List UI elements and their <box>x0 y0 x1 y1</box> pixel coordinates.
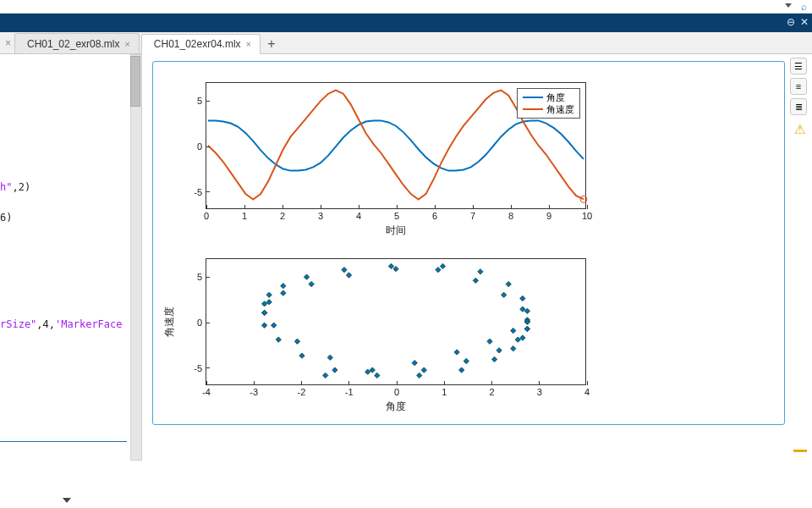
legend-swatch <box>523 97 543 98</box>
x-tick-label: 0 <box>204 211 209 221</box>
svg-marker-9 <box>327 355 332 360</box>
x-tick-label: -1 <box>345 387 354 397</box>
y-axis-label: 角速度 <box>162 306 177 337</box>
svg-marker-18 <box>388 263 393 268</box>
y-tick-label: -5 <box>194 187 202 197</box>
svg-marker-27 <box>464 358 469 363</box>
svg-marker-14 <box>266 292 272 297</box>
x-tick-label: 1 <box>242 211 247 221</box>
y-tick-label: -5 <box>194 363 202 373</box>
tab-label: CH01_02_exr08.mlx <box>27 38 119 50</box>
svg-marker-40 <box>440 263 445 268</box>
svg-marker-26 <box>497 348 502 353</box>
svg-marker-47 <box>487 339 492 344</box>
x-tick-label: -2 <box>298 387 306 397</box>
figure-output[interactable]: 角度 角速度 时间 012345678910-505 角度 角速度 -4-3-2… <box>152 61 785 425</box>
svg-marker-29 <box>375 373 380 378</box>
svg-marker-5 <box>491 356 497 362</box>
svg-marker-37 <box>309 281 314 286</box>
code-text: ,4, <box>36 318 55 330</box>
svg-marker-51 <box>323 373 328 378</box>
svg-marker-46 <box>511 328 516 333</box>
code-string: 'MarkerFace <box>55 318 122 330</box>
search-icon[interactable]: ⌕ <box>801 1 807 13</box>
x-tick-label: -3 <box>250 387 258 397</box>
y-tick-label: 5 <box>197 272 202 282</box>
svg-marker-30 <box>332 367 337 373</box>
code-scrollbar-thumb[interactable] <box>130 56 140 107</box>
axes-phase-portrait[interactable]: 角度 角速度 -4-3-2-101234-505 <box>206 258 586 385</box>
code-text: ,2) <box>12 181 30 193</box>
code-pane[interactable]: h",2) 6) rSize",4,'MarkerFace <box>0 54 142 508</box>
svg-marker-16 <box>304 274 309 279</box>
svg-marker-21 <box>501 292 506 297</box>
y-tick-label: 0 <box>197 318 202 328</box>
axes-time-series[interactable]: 角度 角速度 时间 012345678910-505 <box>206 82 586 209</box>
svg-marker-6 <box>459 367 464 373</box>
code-string: rSize" <box>0 318 36 330</box>
x-tick-label: 4 <box>584 387 590 397</box>
output-pane: 角度 角速度 时间 012345678910-505 角度 角速度 -4-3-2… <box>142 54 812 508</box>
code-string: h" <box>0 181 12 193</box>
quick-access-dropdown-icon[interactable] <box>785 3 792 8</box>
x-tick-label: 7 <box>470 211 475 221</box>
warning-icon[interactable]: ⚠ <box>790 122 809 137</box>
svg-marker-7 <box>417 373 422 378</box>
output-view-inline-button[interactable]: ☰ <box>790 58 807 75</box>
x-tick-label: 1 <box>442 387 447 397</box>
svg-marker-32 <box>276 337 281 342</box>
tab-close-icon[interactable]: × <box>246 39 251 49</box>
editor-main: h",2) 6) rSize",4,'MarkerFace 角度 角速度 <box>0 54 812 508</box>
x-tick-label: 3 <box>537 387 542 397</box>
minimize-icon[interactable]: ⊖ <box>787 16 795 28</box>
output-view-hide-button[interactable]: ≣ <box>790 98 807 115</box>
svg-marker-20 <box>473 278 478 283</box>
x-tick-label: 2 <box>280 211 285 221</box>
x-axis-label: 时间 <box>386 224 406 238</box>
tab-label: CH01_02exr04.mlx <box>154 38 241 50</box>
x-tick-label: 8 <box>508 211 513 221</box>
svg-marker-33 <box>261 323 266 328</box>
code-scrollbar-track[interactable] <box>130 54 142 461</box>
legend-entry-angular-velocity: 角速度 <box>523 103 574 115</box>
svg-marker-39 <box>393 266 398 271</box>
file-tab-exr08[interactable]: CH01_02_exr08.mlx × <box>14 33 140 53</box>
svg-marker-17 <box>342 268 347 273</box>
warning-marker[interactable] <box>793 450 807 452</box>
x-tick-label: 0 <box>394 387 399 397</box>
svg-marker-41 <box>478 269 483 274</box>
output-toolbar: ☰ ≡ ≣ ⚠ <box>790 58 809 137</box>
legend-swatch <box>523 108 543 110</box>
scatter-plot <box>206 259 585 384</box>
legend[interactable]: 角度 角速度 <box>517 88 580 119</box>
x-tick-label: 10 <box>582 211 592 221</box>
code-text: 6) <box>0 212 12 224</box>
svg-marker-42 <box>506 281 511 286</box>
output-view-right-button[interactable]: ≡ <box>790 78 807 95</box>
svg-marker-24 <box>524 326 529 331</box>
file-tab-exr04[interactable]: CH01_02exr04.mlx × <box>141 34 261 54</box>
svg-marker-31 <box>299 353 304 358</box>
svg-marker-48 <box>454 350 459 355</box>
top-strip: ⌕ <box>0 0 812 14</box>
new-tab-button[interactable]: + <box>262 35 281 53</box>
svg-marker-34 <box>261 310 266 315</box>
x-tick-label: 2 <box>489 387 494 397</box>
y-tick-label: 0 <box>197 141 202 152</box>
title-bar: ⊖ ✕ <box>0 14 812 32</box>
file-tab-bar: × CH01_02_exr08.mlx × CH01_02exr04.mlx ×… <box>0 32 812 54</box>
svg-marker-15 <box>281 284 286 289</box>
section-divider <box>0 441 127 442</box>
tab-close-icon[interactable]: × <box>124 39 129 49</box>
tab-close-leading[interactable]: × <box>5 37 11 49</box>
x-tick-label: -4 <box>202 387 211 397</box>
svg-marker-43 <box>520 295 525 301</box>
svg-marker-19 <box>436 268 441 273</box>
section-dropdown-icon[interactable] <box>63 498 71 503</box>
legend-entry-angle: 角度 <box>523 91 574 103</box>
svg-marker-38 <box>346 273 351 278</box>
x-tick-label: 3 <box>318 211 323 221</box>
x-tick-label: 9 <box>546 211 551 221</box>
close-icon[interactable]: ✕ <box>800 16 809 28</box>
x-tick-label: 6 <box>432 211 437 221</box>
